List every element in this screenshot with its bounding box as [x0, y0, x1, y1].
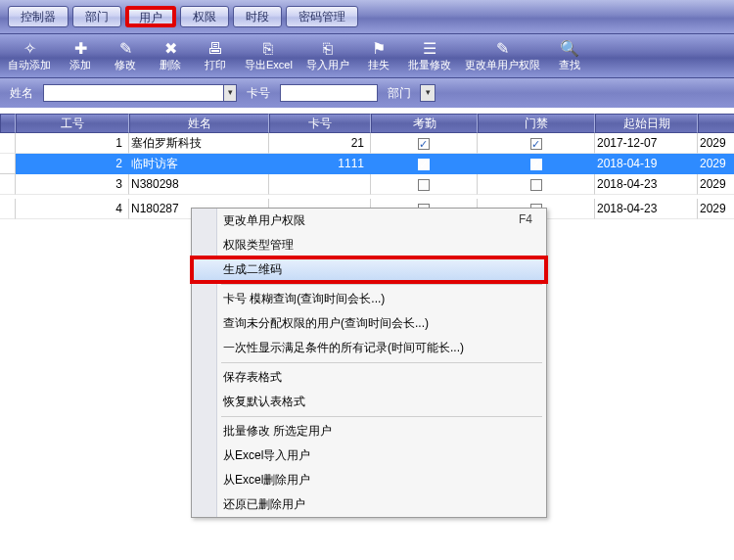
sparkle-icon: ✧	[23, 40, 36, 58]
list-icon: ☰	[423, 40, 436, 58]
ctx-separator	[221, 362, 542, 363]
check-icon[interactable]	[530, 159, 542, 170]
ctx-batch-edit-selected[interactable]: 批量修改 所选定用户	[192, 419, 546, 443]
ctx-generate-qrcode[interactable]: 生成二维码	[190, 256, 548, 284]
tool-edit[interactable]: ✎修改	[110, 36, 141, 75]
export-icon: ⎘	[263, 40, 273, 58]
tab-user[interactable]: 用户	[125, 6, 176, 27]
hdr-name[interactable]: 姓名	[129, 114, 269, 133]
tool-delete[interactable]: ✖删除	[155, 36, 186, 75]
tool-label: 删除	[160, 58, 181, 71]
table: 工号 姓名 卡号 考勤 门禁 起始日期 1 塞伯罗斯科技 21 2017-12-…	[0, 114, 734, 219]
ctx-shortcut: F4	[519, 212, 532, 229]
ctx-label: 更改单用户权限	[223, 212, 305, 229]
row-margin	[0, 174, 16, 195]
row-margin	[0, 133, 16, 154]
cell-start: 2018-04-23	[595, 174, 698, 195]
chevron-down-icon[interactable]: ▾	[420, 84, 436, 102]
import-icon: ⎗	[323, 40, 333, 58]
ctx-restore-deleted-users[interactable]: 还原已删除用户	[192, 492, 546, 517]
name-input[interactable]	[43, 84, 224, 102]
hdr-id[interactable]: 工号	[16, 114, 129, 133]
ctx-show-all-records[interactable]: 一次性显示满足条件的所有记录(时间可能长...)	[192, 336, 546, 360]
ctx-separator	[221, 416, 542, 417]
tab-bar: 控制器 部门 用户 权限 时段 密码管理	[0, 0, 734, 33]
hdr-access[interactable]: 门禁	[478, 114, 595, 133]
cell-id: 1	[16, 133, 129, 154]
cell-card	[269, 174, 371, 195]
ctx-label: 查询未分配权限的用户(查询时间会长...)	[223, 315, 429, 332]
tool-batch-edit[interactable]: ☰批量修改	[408, 36, 451, 75]
row-margin	[0, 154, 16, 174]
check-icon[interactable]	[418, 159, 430, 170]
flag-icon: ⚑	[372, 40, 386, 58]
check-icon[interactable]	[530, 179, 542, 191]
hdr-margin	[0, 114, 16, 133]
cell-access	[478, 154, 595, 174]
tool-label: 打印	[205, 58, 226, 71]
cell-name: 临时访客	[129, 154, 269, 174]
hdr-start-date[interactable]: 起始日期	[595, 114, 698, 133]
ctx-restore-table-format[interactable]: 恢复默认表格式	[192, 390, 546, 414]
cell-card: 1111	[269, 154, 371, 174]
tool-export-excel[interactable]: ⎘导出Excel	[245, 36, 293, 75]
ctx-label: 还原已删除用户	[223, 496, 305, 513]
hdr-card[interactable]: 卡号	[269, 114, 371, 133]
cell-end: 2029	[698, 199, 734, 219]
cell-attendance	[371, 174, 478, 195]
cell-end: 2029	[698, 133, 734, 154]
table-row[interactable]: 1 塞伯罗斯科技 21 2017-12-07 2029	[0, 133, 734, 154]
filter-bar: 姓名 ▾ 卡号 部门 ▾	[0, 78, 734, 108]
ctx-import-from-excel[interactable]: 从Excel导入用户	[192, 443, 546, 468]
check-icon[interactable]	[418, 138, 430, 150]
tab-department[interactable]: 部门	[72, 6, 121, 27]
tool-print[interactable]: 🖶打印	[200, 36, 231, 75]
ctx-save-table-format[interactable]: 保存表格式	[192, 365, 546, 390]
tool-change-perm[interactable]: ✎更改单用户权限	[465, 36, 540, 75]
hdr-end[interactable]	[698, 114, 734, 133]
ctx-delete-from-excel[interactable]: 从Excel删除用户	[192, 468, 546, 492]
chevron-down-icon[interactable]: ▾	[223, 84, 237, 102]
hdr-attendance[interactable]: 考勤	[371, 114, 478, 133]
ctx-change-user-perm[interactable]: 更改单用户权限F4	[192, 209, 546, 233]
check-icon[interactable]	[418, 179, 430, 191]
cell-card: 21	[269, 133, 371, 154]
x-icon: ✖	[164, 40, 177, 58]
cell-id: 2	[16, 154, 129, 174]
tool-search[interactable]: 🔍查找	[554, 36, 585, 75]
cell-attendance	[371, 154, 478, 174]
plus-icon: ✚	[74, 40, 87, 58]
tab-permission[interactable]: 权限	[180, 6, 229, 27]
ctx-separator	[221, 284, 542, 285]
pencil-icon: ✎	[119, 40, 132, 58]
tab-timeslot[interactable]: 时段	[233, 6, 282, 27]
table-header: 工号 姓名 卡号 考勤 门禁 起始日期	[0, 114, 734, 133]
ctx-perm-type-mgmt[interactable]: 权限类型管理	[192, 233, 546, 257]
check-icon[interactable]	[530, 138, 542, 150]
row-margin	[0, 199, 16, 219]
tool-auto-add[interactable]: ✧自动添加	[8, 36, 51, 75]
tool-label: 查找	[559, 58, 580, 71]
pencil-icon: ✎	[496, 40, 509, 58]
tool-import-user[interactable]: ⎗导入用户	[306, 36, 349, 75]
ctx-label: 生成二维码	[223, 261, 282, 278]
tab-password[interactable]: 密码管理	[286, 6, 358, 27]
table-row[interactable]: 3 N380298 2018-04-23 2029	[0, 174, 734, 195]
tab-controller[interactable]: 控制器	[8, 6, 69, 27]
cell-start: 2017-12-07	[595, 133, 698, 154]
ctx-label: 权限类型管理	[223, 237, 294, 254]
table-row[interactable]: 2 临时访客 1111 2018-04-19 2029	[0, 154, 734, 174]
filter-card-label: 卡号	[247, 85, 270, 102]
ctx-label: 批量修改 所选定用户	[223, 423, 332, 440]
context-menu: 更改单用户权限F4 权限类型管理 生成二维码 卡号 模糊查询(查询时间会长...…	[191, 208, 547, 518]
ctx-card-fuzzy-search[interactable]: 卡号 模糊查询(查询时间会长...)	[192, 287, 546, 311]
tool-label: 自动添加	[8, 58, 51, 71]
ctx-query-unassigned[interactable]: 查询未分配权限的用户(查询时间会长...)	[192, 311, 546, 336]
tool-lost[interactable]: ⚑挂失	[363, 36, 394, 75]
card-input[interactable]	[280, 84, 378, 102]
search-icon: 🔍	[560, 40, 579, 58]
tool-add[interactable]: ✚添加	[65, 36, 96, 75]
toolbar: ✧自动添加 ✚添加 ✎修改 ✖删除 🖶打印 ⎘导出Excel ⎗导入用户 ⚑挂失…	[0, 33, 734, 78]
tool-label: 添加	[69, 58, 91, 71]
ctx-label: 从Excel删除用户	[223, 472, 310, 489]
